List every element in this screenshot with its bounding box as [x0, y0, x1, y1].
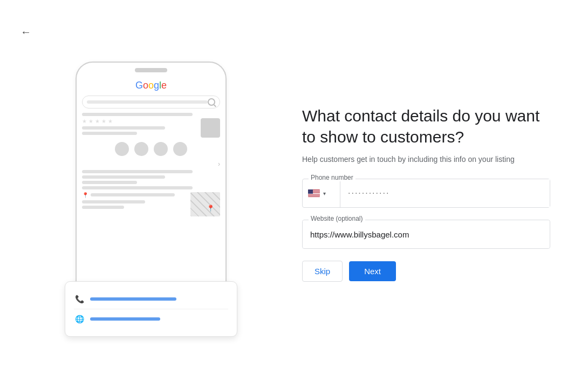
- save-icon-circle: [154, 142, 168, 156]
- form-section: What contact details do you want to show…: [270, 105, 550, 282]
- back-button[interactable]: ←: [16, 22, 36, 43]
- skip-button[interactable]: Skip: [302, 261, 343, 282]
- card-web-row: 🌐: [74, 309, 228, 329]
- country-selector[interactable]: ▾: [303, 179, 340, 207]
- search-bar-mock: [82, 96, 220, 108]
- stars-row: ★★★★★: [82, 118, 197, 124]
- form-subtitle: Help customers get in touch by including…: [302, 155, 550, 164]
- next-button[interactable]: Next: [349, 261, 396, 281]
- phone-input-group: ▾: [302, 179, 550, 208]
- directions-icon-circle: [134, 142, 148, 156]
- google-logo: Google: [82, 80, 220, 91]
- map-img-mock: 📍: [190, 192, 220, 216]
- phone-bottom-card: 📞 🌐: [65, 281, 237, 337]
- us-flag: [308, 189, 320, 197]
- share-icon-circle: [173, 142, 187, 156]
- website-label: Website (optional): [309, 215, 365, 222]
- website-field-wrapper: Website (optional): [302, 220, 550, 249]
- phone-card-icon: 📞: [74, 294, 85, 304]
- search-line: [87, 100, 208, 104]
- button-row: Skip Next: [302, 261, 550, 282]
- chevron-right: ›: [82, 160, 220, 168]
- web-card-icon: 🌐: [74, 314, 85, 324]
- action-icons-row: [82, 142, 220, 156]
- phone-illustration: Google ★★★★★: [32, 62, 270, 326]
- page-container: ← Google: [0, 0, 588, 387]
- phone-notch: [135, 68, 167, 72]
- phone-label: Phone number: [309, 174, 355, 181]
- result-lines: ★★★★★: [82, 113, 220, 138]
- phone-field-wrapper: Phone number ▾: [302, 179, 550, 208]
- country-dropdown-arrow: ▾: [323, 191, 326, 196]
- map-pin-icon: 📍: [82, 192, 88, 198]
- shop-icon: [201, 118, 220, 138]
- form-title: What contact details do you want to show…: [302, 105, 550, 147]
- call-icon-circle: [115, 142, 129, 156]
- map-section-mock: 📍 📍: [82, 192, 220, 216]
- phone-number-input[interactable]: [340, 179, 550, 207]
- website-input[interactable]: [303, 220, 550, 248]
- phone-screen: Google ★★★★★: [77, 72, 225, 221]
- search-icon-mock: [208, 98, 215, 106]
- card-phone-row: 📞: [74, 289, 228, 309]
- website-input-wrapper: [302, 220, 550, 249]
